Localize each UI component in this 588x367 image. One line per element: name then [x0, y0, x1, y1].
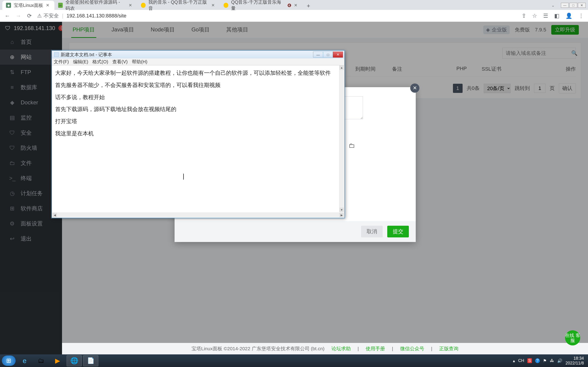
tab-close-icon[interactable]: ✕ [211, 3, 215, 8]
footer-link-genuine[interactable]: 正版查询 [439, 345, 458, 352]
favicon-qq-icon [224, 3, 229, 8]
taskbar-notepad[interactable]: 📄 [83, 355, 98, 366]
browser-tab-2[interactable]: 我的音乐 - QQ音乐-千万正版音 ✕ [137, 1, 220, 10]
url-text: 192.168.141.130:8888/site [67, 13, 127, 19]
window-close-button[interactable]: ✕ [578, 3, 586, 8]
notepad-textarea[interactable]: 大家好，今天给大家录制一起软件源的搭建教程，让你也能有一个自己的软件源，可以添加… [52, 65, 344, 212]
tab-mute-icon[interactable]: 🔇 [287, 3, 291, 7]
tab-title: QQ音乐-千万正版音乐海量 [231, 0, 284, 11]
url-field[interactable]: ⚠ 不安全 | 192.168.141.130:8888/site [37, 12, 517, 20]
tab-title: 我的音乐 - QQ音乐-千万正版音 [148, 0, 208, 11]
notepad-window[interactable]: 新建文本文档.txt - 记事本 — □ ✕ 文件(F) 编辑(E) 格式(O)… [52, 50, 345, 218]
favicon-icon: ∞ [58, 3, 63, 8]
browser-menu-icon[interactable]: ⋮ [578, 13, 584, 19]
panel-footer: 宝塔Linux面板 ©2014-2022 广东堡塔安全技术有限公司 (bt.cn… [62, 343, 588, 354]
tray-action-icon[interactable]: ⚑ [543, 358, 547, 363]
window-maximize-button[interactable]: □ [569, 3, 577, 8]
nav-back-icon[interactable]: ← [4, 13, 10, 19]
favicon-bt-icon: ◆ [6, 3, 11, 8]
notepad-close-button[interactable]: ✕ [333, 52, 343, 58]
tab-title: 宝塔Linux面板 [14, 2, 43, 8]
browser-address-bar: ← → ⟳ ⚠ 不安全 | 192.168.141.130:8888/site … [0, 10, 588, 22]
taskbar-ie[interactable]: e [17, 355, 32, 366]
tab-close-icon[interactable]: ✕ [129, 3, 132, 8]
notepad-menubar: 文件(F) 编辑(E) 格式(O) 查看(V) 帮助(H) [52, 58, 344, 65]
cancel-button[interactable]: 取消 [361, 226, 383, 237]
footer-link-forum[interactable]: 论坛求助 [331, 345, 351, 352]
submit-button[interactable]: 提交 [387, 226, 409, 237]
favicon-qq-icon [141, 3, 146, 8]
modal-close-button[interactable]: ✕ [410, 83, 419, 93]
folder-icon[interactable]: 🗀 [349, 142, 355, 149]
scroll-up-icon[interactable]: ▲ [339, 65, 344, 70]
warning-icon: ⚠ [37, 13, 42, 19]
profile-icon[interactable]: 👤 [565, 13, 572, 19]
scroll-left-icon[interactable]: ◀ [52, 213, 57, 217]
insecure-badge[interactable]: ⚠ 不安全 [37, 12, 59, 19]
notepad-titlebar[interactable]: 新建文本文档.txt - 记事本 — □ ✕ [52, 51, 344, 58]
taskbar-explorer[interactable]: 🗂 [34, 355, 49, 366]
browser-tab-3[interactable]: QQ音乐-千万正版音乐海量 🔇 ✕ [220, 1, 303, 10]
notepad-minimize-button[interactable]: — [313, 52, 323, 58]
tabs-dropdown-icon[interactable]: ⌄ [552, 3, 554, 8]
tab-close-icon[interactable]: ✕ [294, 3, 297, 8]
notepad-scrollbar-vertical[interactable]: ▲ ▼ [339, 65, 344, 212]
taskbar-clock[interactable]: 18:34 2022/11/8 [565, 356, 584, 365]
tray-ime[interactable]: CH [518, 358, 524, 363]
tray-help-icon[interactable]: ? [535, 358, 540, 363]
tray-volume-icon[interactable]: 🔊 [557, 358, 562, 363]
nav-reload-icon[interactable]: ⟳ [26, 13, 33, 19]
window-minimize-button[interactable]: — [561, 3, 569, 8]
tray-network-icon[interactable]: 🖧 [550, 358, 554, 363]
tray-sogou-icon[interactable]: S [527, 358, 532, 363]
browser-tabstrip: ◆ 宝塔Linux面板 ✕ ∞ 全能签|轻松签软件源源码 - 码农 ✕ 我的音乐… [0, 0, 588, 10]
support-fab[interactable]: 在线 客服 [565, 330, 580, 345]
taskbar-media[interactable]: ▶ [50, 355, 65, 366]
copyright: 宝塔Linux面板 ©2014-2022 广东堡塔安全技术有限公司 (bt.cn… [191, 345, 325, 352]
text-cursor [183, 171, 184, 182]
menu-format[interactable]: 格式(O) [92, 59, 108, 65]
tab-close-icon[interactable]: ✕ [46, 3, 49, 8]
nav-forward-icon: → [15, 13, 22, 19]
scroll-right-icon[interactable]: ▶ [339, 213, 344, 217]
footer-link-manual[interactable]: 使用手册 [366, 345, 385, 352]
browser-tab-0[interactable]: ◆ 宝塔Linux面板 ✕ [2, 1, 54, 10]
start-button[interactable]: ⊞ [2, 356, 16, 366]
notepad-maximize-button[interactable]: □ [323, 52, 333, 58]
sidepanel-icon[interactable]: ◧ [554, 13, 560, 19]
tab-title: 全能签|轻松签软件源源码 - 码农 [65, 0, 126, 11]
menu-edit[interactable]: 编辑(E) [73, 59, 88, 65]
reading-list-icon[interactable]: ☰ [543, 13, 548, 19]
scroll-down-icon[interactable]: ▼ [339, 208, 344, 212]
windows-taskbar: ⊞ e 🗂 ▶ 🌐 📄 ▴ CH S ? ⚑ 🖧 🔊 18:34 2022/11… [0, 354, 588, 367]
menu-help[interactable]: 帮助(H) [132, 59, 147, 65]
notepad-app-icon [54, 52, 59, 57]
bookmark-star-icon[interactable]: ☆ [532, 13, 537, 19]
browser-tab-1[interactable]: ∞ 全能签|轻松签软件源源码 - 码农 ✕ [54, 1, 137, 10]
notepad-scrollbar-horizontal[interactable]: ◀ ▶ [52, 213, 344, 217]
taskbar-chrome[interactable]: 🌐 [67, 355, 82, 366]
tray-expand-icon[interactable]: ▴ [513, 358, 515, 363]
share-icon[interactable]: ⇪ [522, 13, 526, 19]
footer-link-wechat[interactable]: 微信公众号 [400, 345, 424, 352]
menu-file[interactable]: 文件(F) [54, 59, 69, 65]
new-tab-button[interactable]: + [304, 2, 313, 10]
menu-view[interactable]: 查看(V) [112, 59, 128, 65]
